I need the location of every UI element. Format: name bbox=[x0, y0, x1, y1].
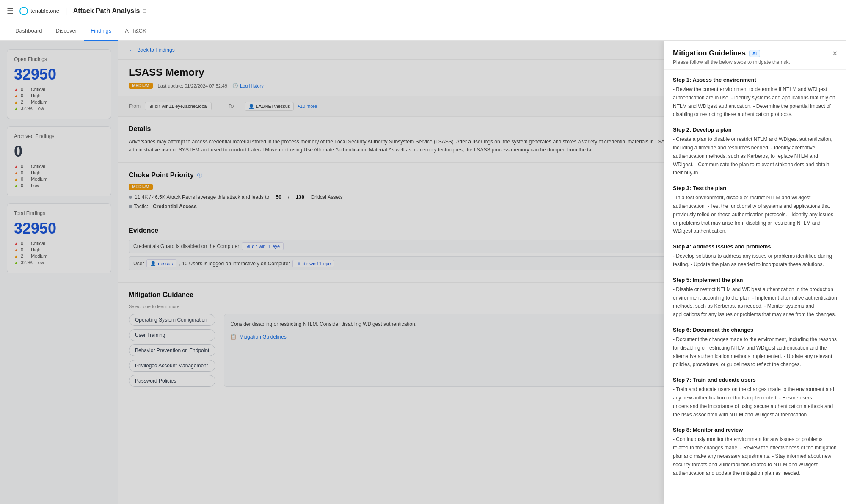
total-low-icon: ▲ bbox=[14, 260, 18, 265]
nav-item-attck[interactable]: ATT&CK bbox=[118, 22, 153, 41]
log-history-link[interactable]: 🕐 Log History bbox=[232, 83, 264, 88]
severity-high: ▲ 0 High bbox=[14, 93, 104, 98]
log-history-label: Log History bbox=[240, 83, 264, 88]
archived-critical: ▲ 0 Critical bbox=[14, 164, 104, 169]
panel-step-7: Step 7: Train and educate users - Train … bbox=[673, 377, 838, 419]
high-label: High bbox=[31, 93, 41, 98]
step2-title: Step 2: Develop a plan bbox=[673, 127, 838, 133]
archived-medium-label: Medium bbox=[31, 176, 47, 182]
close-button[interactable]: ✕ bbox=[832, 50, 838, 58]
total-high-count: 0 bbox=[21, 247, 28, 252]
low-icon: ▲ bbox=[14, 106, 18, 111]
total-medium-icon: ▲ bbox=[14, 254, 18, 259]
nav-item-findings[interactable]: Findings bbox=[84, 22, 118, 41]
archived-high-label: High bbox=[31, 170, 41, 175]
from-connection: From 🖥 dir-win11-eye.labnet.local bbox=[129, 101, 212, 111]
choke-bold2: 138 bbox=[296, 194, 304, 200]
step4-text: - Develop solutions to address any issue… bbox=[673, 252, 838, 269]
archived-critical-label: Critical bbox=[31, 164, 45, 169]
archived-low-label: Low bbox=[31, 183, 39, 188]
page-title: Attack Path Analysis bbox=[73, 7, 140, 15]
step3-title: Step 3: Test the plan bbox=[673, 185, 838, 191]
mit-btn-os-config[interactable]: Operating System Configuration bbox=[129, 314, 215, 326]
evidence-user-prefix: User bbox=[133, 261, 144, 267]
ai-badge: AI bbox=[749, 50, 760, 57]
main-layout: Open Findings 32950 ▲ 0 Critical ▲ 0 Hig… bbox=[0, 41, 846, 504]
panel-step-6: Step 6: Document the changes - Document … bbox=[673, 327, 838, 369]
secondary-navigation: Dashboard Discover Findings ATT&CK bbox=[0, 22, 846, 41]
archived-high-icon: ▲ bbox=[14, 171, 18, 175]
brand-circle-icon bbox=[19, 7, 28, 15]
computer-icon: 🖥 bbox=[149, 104, 153, 109]
total-medium-label: Medium bbox=[31, 253, 47, 259]
open-findings-label: Open Findings bbox=[14, 56, 104, 62]
mitigation-buttons: Operating System Configuration User Trai… bbox=[129, 314, 215, 387]
computer-tag2-icon: 🖥 bbox=[296, 261, 301, 266]
step7-text: - Train and educate users on the changes… bbox=[673, 386, 838, 419]
evidence-row1-text: Credentials Guard is disabled on the Com… bbox=[133, 243, 239, 249]
severity-badge: MEDIUM bbox=[129, 83, 153, 89]
total-medium-count: 2 bbox=[21, 253, 28, 259]
evidence-tag-2: 👤 nessus bbox=[146, 259, 176, 267]
step8-text: - Continuously monitor the environment f… bbox=[673, 435, 838, 477]
info-icon: ⓘ bbox=[197, 172, 202, 179]
step5-text: - Disable or restrict NTLM and WDigest a… bbox=[673, 286, 838, 319]
guidelines-link-icon: 📋 bbox=[230, 334, 237, 340]
total-critical: ▲ 0 Critical bbox=[14, 241, 104, 246]
choke-divider: / bbox=[288, 194, 289, 200]
tactic-dot-icon bbox=[129, 205, 132, 208]
choke-bold1: 50 bbox=[276, 194, 281, 200]
step1-text: - Review the current environment to dete… bbox=[673, 85, 838, 119]
tactic-value: Credential Access bbox=[153, 204, 197, 209]
total-findings-label: Total Findings bbox=[14, 210, 104, 216]
archived-findings-number: 0 bbox=[14, 143, 104, 160]
back-link-label: Back to Findings bbox=[137, 47, 175, 53]
computer-tag-icon: 🖥 bbox=[245, 244, 250, 249]
mit-btn-user-training[interactable]: User Training bbox=[129, 329, 215, 341]
panel-step-1: Step 1: Assess the environment - Review … bbox=[673, 77, 838, 119]
last-update-text: Last update: 01/22/2024 07:52:49 bbox=[158, 83, 228, 88]
choke-stats-text: 11.4K / 46.5K Attack Paths leverage this… bbox=[135, 194, 269, 200]
to-label: To bbox=[229, 103, 241, 109]
total-critical-icon: ▲ bbox=[14, 241, 18, 246]
total-high-icon: ▲ bbox=[14, 248, 18, 252]
medium-count: 2 bbox=[21, 99, 28, 105]
step4-title: Step 4: Address issues and problems bbox=[673, 243, 838, 250]
step8-title: Step 8: Monitor and review bbox=[673, 427, 838, 433]
choke-suffix: Critical Assets bbox=[311, 194, 342, 200]
from-value: 🖥 dir-win11-eye.labnet.local bbox=[145, 102, 212, 110]
step6-text: - Document the changes made to the envir… bbox=[673, 336, 838, 369]
open-findings-severity-list: ▲ 0 Critical ▲ 0 High ▲ 2 Medium ▲ 32.9K bbox=[14, 87, 104, 111]
from-label: From bbox=[129, 103, 141, 109]
step7-title: Step 7: Train and educate users bbox=[673, 377, 838, 383]
hamburger-icon[interactable]: ☰ bbox=[7, 6, 14, 16]
total-medium: ▲ 2 Medium bbox=[14, 253, 104, 259]
archived-critical-count: 0 bbox=[21, 164, 28, 169]
nav-item-dashboard[interactable]: Dashboard bbox=[8, 22, 49, 41]
step3-text: - In a test environment, disable or rest… bbox=[673, 194, 838, 236]
archived-findings-severity-list: ▲ 0 Critical ▲ 0 High ▲ 0 Medium ▲ 0 bbox=[14, 164, 104, 188]
user-icon: 👤 bbox=[248, 104, 254, 109]
mit-btn-behavior-prevention[interactable]: Behavior Prevention on Endpoint bbox=[129, 344, 215, 356]
total-findings-number: 32950 bbox=[14, 220, 104, 237]
archived-critical-icon: ▲ bbox=[14, 164, 18, 169]
mit-btn-privileged-account[interactable]: Privileged Account Management bbox=[129, 360, 215, 372]
panel-step-5: Step 5: Implement the plan - Disable or … bbox=[673, 277, 838, 319]
evidence-tag-1: 🖥 dir-win11-eye bbox=[242, 242, 284, 250]
evidence-tag1-value: dir-win11-eye bbox=[252, 244, 280, 249]
more-connections[interactable]: +10 more bbox=[297, 104, 317, 109]
medium-label: Medium bbox=[31, 99, 47, 105]
open-findings-card: Open Findings 32950 ▲ 0 Critical ▲ 0 Hig… bbox=[7, 49, 111, 119]
archived-high-count: 0 bbox=[21, 170, 28, 175]
step1-title: Step 1: Assess the environment bbox=[673, 77, 838, 83]
nav-item-discover[interactable]: Discover bbox=[49, 22, 84, 41]
critical-label: Critical bbox=[31, 87, 45, 92]
archived-high: ▲ 0 High bbox=[14, 170, 104, 175]
open-findings-number: 32950 bbox=[14, 66, 104, 83]
left-sidebar: Open Findings 32950 ▲ 0 Critical ▲ 0 Hig… bbox=[0, 41, 118, 504]
total-low: ▲ 32.9K Low bbox=[14, 260, 104, 265]
mit-btn-password-policies[interactable]: Password Policies bbox=[129, 375, 215, 387]
high-count: 0 bbox=[21, 93, 28, 98]
critical-icon: ▲ bbox=[14, 87, 18, 92]
panel-content: Step 1: Assess the environment - Review … bbox=[664, 70, 846, 504]
